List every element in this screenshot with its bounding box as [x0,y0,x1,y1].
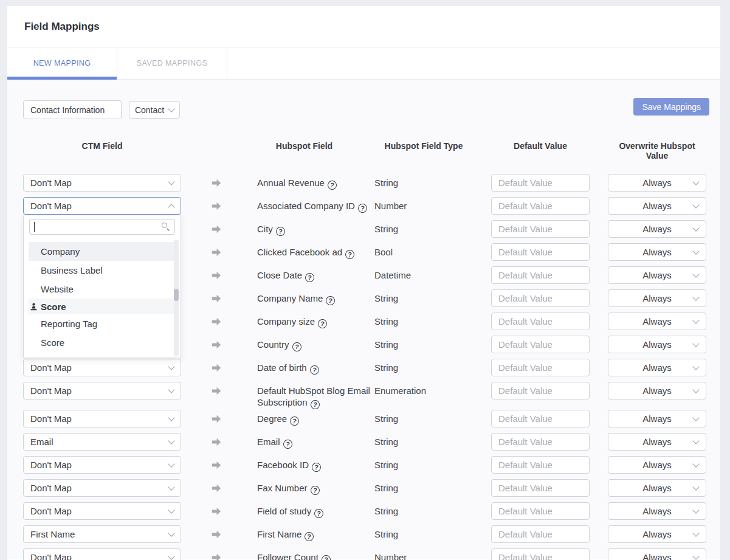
mapping-row: Don't Map Default HubSpot Blog Email Sub… [7,382,720,410]
question-circle-icon[interactable]: ? [304,531,314,542]
overwrite-select[interactable]: Always [608,266,706,284]
default-value-input[interactable] [491,243,590,261]
question-circle-icon[interactable]: ? [289,416,300,426]
ctm-field-select[interactable]: Don't Map [23,359,181,376]
default-value-input[interactable] [491,433,590,451]
header-overwrite: Overwrite Hubspot Value [608,141,706,161]
arrow-right-icon [212,364,221,372]
ctm-field-select[interactable]: Don't Map [23,410,181,427]
overwrite-select[interactable]: Always [608,197,706,215]
overwrite-select[interactable]: Always [608,525,706,543]
default-value-input[interactable] [491,479,590,497]
ctm-field-select[interactable]: Don't Map [23,456,181,474]
dropdown-item[interactable]: Score [29,333,174,352]
dropdown-item[interactable]: Converted [29,352,174,358]
hubspot-field-label: Company size [257,316,315,327]
ctm-field-select[interactable]: Email [23,433,181,451]
dropdown-scrollbar-thumb[interactable] [174,289,179,301]
overwrite-select[interactable]: Always [608,382,706,399]
hubspot-field-type: Bool [374,243,491,258]
dropdown-item[interactable]: Company [29,242,174,261]
mapping-row: Don't Map Follower Count? Number Always [7,548,720,560]
dropdown-search-box [29,219,175,235]
overwrite-select[interactable]: Always [608,433,706,451]
question-circle-icon[interactable]: ? [327,180,337,190]
overwrite-select[interactable]: Always [608,359,706,376]
ctm-field-value: Don't Map [30,178,72,188]
question-circle-icon[interactable]: ? [275,226,286,237]
overwrite-select[interactable]: Always [608,456,706,474]
mapping-row: First Name First Name? String Always [7,525,720,548]
ctm-field-value: Don't Map [30,483,72,493]
default-value-input[interactable] [491,359,590,376]
overwrite-select[interactable]: Always [608,548,706,560]
hubspot-field-cell: Company Name? [257,289,374,305]
overwrite-value: Always [642,413,672,424]
default-value-input[interactable] [491,548,590,560]
chevron-down-icon [692,201,699,208]
overwrite-select[interactable]: Always [608,174,706,192]
overwrite-select[interactable]: Always [608,479,706,497]
ctm-field-select[interactable]: Don't Map [23,174,181,192]
question-circle-icon[interactable]: ? [321,555,331,560]
ctm-field-dropdown-panel: Company Business Label Website Score Rep… [23,215,181,358]
tab-saved-mappings[interactable]: SAVED MAPPINGS [117,47,227,79]
default-value-input[interactable] [491,197,590,215]
question-circle-icon[interactable]: ? [325,296,336,306]
question-circle-icon[interactable]: ? [305,272,315,283]
overwrite-select[interactable]: Always [608,243,706,261]
default-value-input[interactable] [491,382,590,399]
chevron-down-icon [692,224,699,231]
overwrite-select[interactable]: Always [608,313,706,330]
dropdown-search-input[interactable] [30,220,174,234]
ctm-field-select[interactable]: Don't Map [23,502,181,520]
mapping-name-input[interactable] [23,100,122,119]
ctm-field-select[interactable]: Don't Map [23,197,181,215]
ctm-field-select[interactable]: First Name [23,525,181,543]
ctm-field-select[interactable]: Don't Map [23,382,181,399]
question-circle-icon[interactable]: ? [314,508,324,519]
default-value-input[interactable] [491,525,590,543]
question-circle-icon[interactable]: ? [357,203,368,213]
question-circle-icon[interactable]: ? [311,462,322,472]
overwrite-select[interactable]: Always [608,220,706,238]
dropdown-item[interactable]: Reporting Tag [29,314,174,333]
default-value-input[interactable] [491,410,590,427]
dropdown-item[interactable]: Business Label [29,261,174,280]
question-circle-icon[interactable]: ? [291,342,301,352]
header-hubspot-field: Hubspot Field [257,141,374,161]
question-circle-icon[interactable]: ? [345,249,355,260]
question-circle-icon[interactable]: ? [309,485,320,496]
chevron-down-icon [168,204,174,210]
question-circle-icon[interactable]: ? [309,399,320,410]
dropdown-item[interactable]: Website [29,280,174,299]
ctm-field-value: Email [30,437,53,447]
overwrite-select[interactable]: Always [608,289,706,307]
overwrite-value: Always [642,552,672,560]
overwrite-select[interactable]: Always [608,410,706,427]
default-value-input[interactable] [491,336,590,353]
default-value-input[interactable] [491,220,590,238]
default-value-input[interactable] [491,289,590,307]
tab-new-mapping[interactable]: NEW MAPPING [7,47,117,79]
question-circle-icon[interactable]: ? [282,439,292,449]
save-mappings-button[interactable]: Save Mappings [633,98,709,116]
chevron-down-icon [692,460,699,467]
hubspot-field-type: Datetime [374,266,491,281]
default-value-input[interactable] [491,456,590,474]
question-circle-icon[interactable]: ? [309,365,320,375]
overwrite-select[interactable]: Always [608,502,706,520]
ctm-field-select[interactable]: Don't Map [23,548,181,560]
arrow-right-icon [212,415,221,423]
default-value-input[interactable] [491,502,590,520]
default-value-input[interactable] [491,174,590,192]
default-value-input[interactable] [491,313,590,330]
overwrite-value: Always [642,362,672,373]
object-type-select[interactable]: Contact [129,101,180,119]
question-circle-icon[interactable]: ? [317,319,328,329]
default-value-input[interactable] [491,266,590,284]
ctm-field-value: Don't Map [30,506,72,516]
overwrite-select[interactable]: Always [608,336,706,353]
ctm-field-select[interactable]: Don't Map [23,479,181,497]
object-type-value: Contact [135,105,164,115]
